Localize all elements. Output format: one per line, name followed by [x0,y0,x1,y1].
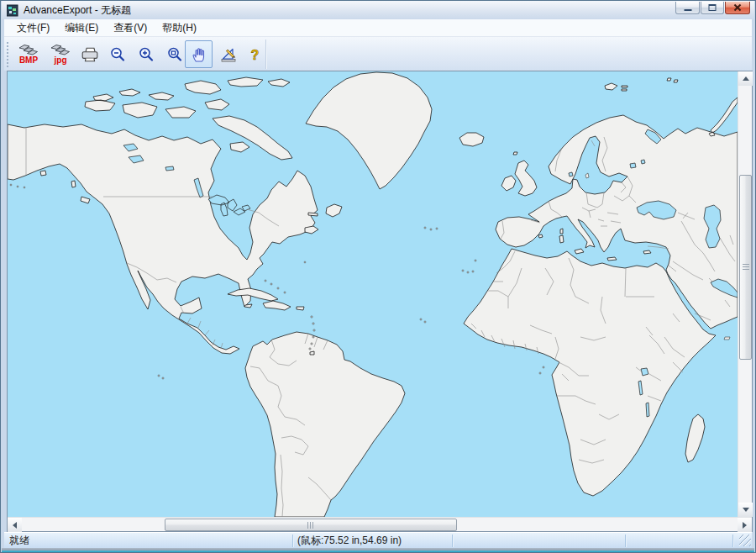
app-window: AdvanceExport - 无标题 文件(F) 编辑(E) 查看(V) 帮助… [0,0,756,553]
pan-hand-button[interactable] [185,40,213,68]
svg-text:?: ? [251,48,260,62]
scroll-down-button[interactable] [738,503,753,517]
mouse-coordinates: (鼠标:75.52 in,54.69 in) [297,534,402,548]
printer-icon [81,46,99,63]
horizontal-scrollbar[interactable] [8,517,752,531]
set-square-pencil-icon [220,46,237,63]
vertical-scroll-thumb[interactable] [739,175,752,360]
map-viewport[interactable] [8,71,738,517]
menu-view[interactable]: 查看(V) [106,19,155,37]
export-bmp-label: BMP [19,56,38,65]
status-bar: 就绪 (鼠标:75.52 in,54.69 in) [4,532,752,548]
scroll-up-button[interactable] [738,71,753,86]
horizontal-scroll-thumb[interactable] [165,519,457,531]
arrow-left-icon [13,522,17,529]
export-bmp-button[interactable]: BMP [13,40,45,68]
zoom-in-icon [138,46,155,63]
menu-edit[interactable]: 编辑(E) [57,19,106,37]
window-title: AdvanceExport - 无标题 [24,1,131,19]
maximize-button[interactable] [701,2,724,14]
help-button[interactable]: ? [243,40,266,68]
export-jpg-label: jpg [55,56,67,65]
layers-icon [18,44,39,55]
menu-bar: 文件(F) 编辑(E) 查看(V) 帮助(H) [4,19,752,37]
status-ready-text: 就绪 [9,534,29,548]
hand-icon [191,46,207,63]
minimize-icon [684,9,691,11]
close-button[interactable] [725,2,750,14]
arrow-right-icon [743,522,747,529]
window-frame-bottom [2,548,754,553]
arrow-down-icon [743,508,749,512]
toolbar-grip-handle[interactable] [6,41,10,67]
scroll-left-button[interactable] [8,518,22,532]
menu-help[interactable]: 帮助(H) [155,19,204,37]
title-bar: AdvanceExport - 无标题 [2,1,754,19]
map-client-area [7,71,753,532]
zoom-out-button[interactable] [105,40,130,68]
scroll-right-button[interactable] [738,518,752,532]
export-jpg-button[interactable]: jpg [45,40,76,68]
zoom-box-button[interactable] [162,40,187,68]
menu-file[interactable]: 文件(F) [9,19,57,37]
maximize-icon [709,4,717,11]
arrow-up-icon [743,76,749,81]
world-map [8,71,738,517]
toolbar: BMP jpg [4,37,752,71]
status-empty-pane-1 [453,535,626,547]
help-icon: ? [247,46,262,63]
app-icon [7,4,19,17]
status-coords-pane: (鼠标:75.52 in,54.69 in) [293,535,453,547]
zoom-out-icon [109,46,126,63]
minimize-button[interactable] [675,2,700,14]
scale-tool-button[interactable] [215,40,241,68]
zoom-in-button[interactable] [134,40,159,68]
status-empty-pane-2 [626,535,733,547]
toolbar-band-separator [265,40,266,69]
vertical-scrollbar[interactable] [738,71,752,517]
zoom-box-icon [166,46,183,63]
status-ready-pane: 就绪 [4,535,293,547]
layers-icon [50,44,71,55]
close-icon [733,3,742,12]
resize-grip[interactable] [739,535,751,546]
print-button[interactable] [76,40,103,68]
